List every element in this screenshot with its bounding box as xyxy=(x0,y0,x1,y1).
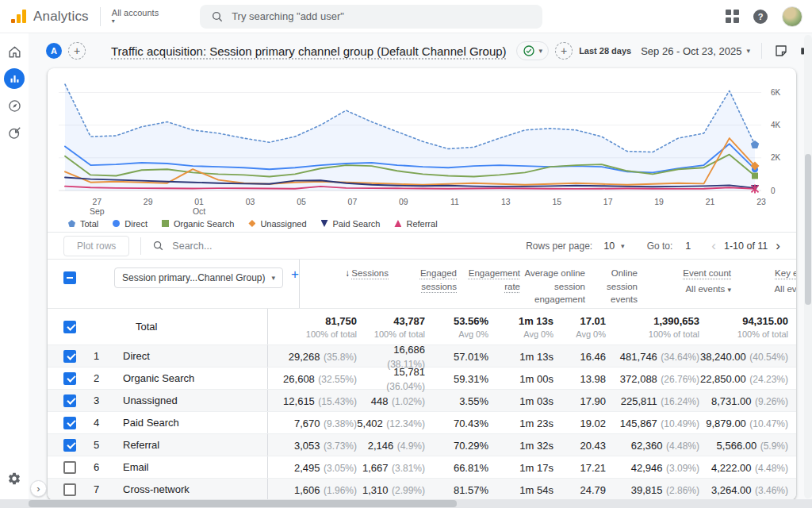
report-title[interactable]: Traffic acquisition: Session primary cha… xyxy=(111,44,507,58)
sessions-trend-chart[interactable]: 6K4K2K0 27Sep2901Oct03050709111315171921… xyxy=(48,68,796,213)
legend-label: Referral xyxy=(406,219,437,229)
row-checkbox[interactable] xyxy=(63,350,76,363)
table-row-organic-search: 2Organic Search26,608 (32.55%)15,781 (36… xyxy=(48,367,796,389)
add-dimension-icon[interactable]: + xyxy=(291,267,299,281)
metric-cell: 3,264.00 (3.46%) xyxy=(699,483,788,497)
row-checkbox[interactable] xyxy=(63,417,76,429)
square-marker-icon xyxy=(162,220,169,227)
notes-icon[interactable] xyxy=(773,43,789,59)
date-range-picker[interactable]: Sep 26 - Oct 23, 2025 ▾ xyxy=(641,45,750,57)
nav-explore-icon[interactable] xyxy=(4,95,25,116)
metric-filter-select[interactable]: All events ▾ xyxy=(638,283,731,296)
row-checkbox[interactable] xyxy=(63,439,76,452)
row-rank: 3 xyxy=(94,394,109,406)
add-comparison-icon[interactable]: + xyxy=(68,42,86,60)
legend-label: Paid Search xyxy=(333,219,381,229)
metric-cell: 17.90 xyxy=(553,394,606,408)
horizontal-scrollbar-thumb[interactable] xyxy=(29,500,457,507)
column-header-online-session-events[interactable]: Online session events xyxy=(585,267,638,306)
metric-cell: 16.46 xyxy=(553,349,606,364)
channel-name[interactable]: Cross-network xyxy=(123,483,190,495)
chevron-down-icon[interactable]: ▾ xyxy=(621,242,625,250)
diamond-marker-icon xyxy=(248,220,255,227)
chevron-down-icon: ▾ xyxy=(539,47,543,55)
report-saved-status[interactable]: ▾ xyxy=(516,41,550,60)
goto-page-input[interactable]: 1 xyxy=(685,241,691,252)
chevron-down-icon: ▾ xyxy=(746,47,750,55)
nav-home-icon[interactable] xyxy=(4,41,25,62)
row-rank: 4 xyxy=(94,417,109,429)
search-icon xyxy=(211,10,224,23)
divider xyxy=(761,43,762,59)
metric-cell: 17.21 xyxy=(553,460,606,475)
nav-reports-icon[interactable] xyxy=(4,68,25,89)
vertical-scrollbar-thumb[interactable] xyxy=(805,154,811,305)
total-row-checkbox[interactable] xyxy=(63,321,76,333)
metric-cell: 9,879.00 (10.47%) xyxy=(699,416,788,430)
channel-name[interactable]: Direct xyxy=(123,350,150,362)
chart-legend: TotalDirectOrganic SearchUnassignedPaid … xyxy=(48,213,796,232)
svg-text:2K: 2K xyxy=(771,153,781,162)
vertical-scrollbar[interactable] xyxy=(804,35,812,498)
global-search-input[interactable]: Try searching "add user" xyxy=(200,5,542,29)
channel-name[interactable]: Paid Search xyxy=(123,417,179,429)
property-badge[interactable]: A xyxy=(46,43,62,59)
column-header-engaged-sessions[interactable]: Engaged sessions xyxy=(389,267,457,293)
legend-item[interactable]: Total xyxy=(68,219,98,229)
legend-label: Direct xyxy=(124,219,147,229)
legend-item[interactable]: Referral xyxy=(394,219,437,229)
legend-item[interactable]: Paid Search xyxy=(321,219,381,229)
check-circle-icon xyxy=(523,44,535,57)
table-row-email: 6Email2,495 (3.05%)1,667 (3.81%)66.81%1m… xyxy=(48,456,796,478)
admin-gear-icon[interactable] xyxy=(7,471,21,489)
column-header-engagement-rate[interactable]: Engagement rate xyxy=(457,267,520,293)
x-axis-tick: 23 xyxy=(756,197,766,206)
legend-item[interactable]: Unassigned xyxy=(248,219,306,229)
column-header-event-count[interactable]: Event countAll events ▾ xyxy=(638,267,731,295)
help-icon[interactable]: ? xyxy=(753,10,768,24)
plot-rows-button[interactable]: Plot rows xyxy=(63,236,129,256)
svg-text:4K: 4K xyxy=(771,121,781,129)
channel-name[interactable]: Email xyxy=(123,461,149,473)
channel-name[interactable]: Referral xyxy=(123,439,159,451)
tri-up-marker-icon xyxy=(394,220,401,227)
previous-page-icon[interactable]: ‹ xyxy=(708,239,719,252)
svg-text:6K: 6K xyxy=(771,88,781,97)
report-card: 6K4K2K0 27Sep2901Oct03050709111315171921… xyxy=(48,68,796,500)
add-report-icon[interactable]: + xyxy=(555,42,573,60)
legend-item[interactable]: Organic Search xyxy=(162,219,234,229)
column-header-average-online-session-engagement[interactable]: Average online session engagement xyxy=(520,267,585,306)
rows-per-page-select[interactable]: 10 xyxy=(603,241,615,252)
total-metric-cell: 81,750100% of total xyxy=(278,314,357,340)
table-search-input[interactable]: Search... xyxy=(152,240,212,252)
x-axis-tick: 15 xyxy=(552,197,561,206)
row-checkbox[interactable] xyxy=(63,461,76,474)
google-apps-grid-icon[interactable] xyxy=(726,10,739,23)
dimension-selector[interactable]: Session primary...Channel Group) ▾ xyxy=(114,267,283,288)
metric-filter-select[interactable]: All events ▾ xyxy=(731,283,796,296)
next-page-icon[interactable]: › xyxy=(772,239,783,252)
select-all-checkbox[interactable] xyxy=(63,271,76,284)
expand-nav-icon[interactable]: › xyxy=(30,480,47,497)
user-avatar[interactable] xyxy=(782,6,802,27)
metric-cell: 38,240.00 (40.54%) xyxy=(699,349,788,364)
channel-name[interactable]: Unassigned xyxy=(123,394,178,406)
metric-cell: 1m 17s xyxy=(488,460,553,475)
row-checkbox[interactable] xyxy=(63,372,76,385)
legend-item[interactable]: Direct xyxy=(113,219,147,229)
account-switcher[interactable]: All accounts ▾ xyxy=(112,8,159,25)
nav-advertising-icon[interactable] xyxy=(4,122,25,143)
horizontal-scrollbar[interactable] xyxy=(0,499,812,508)
table-total-row: Total 81,750100% of total43,787100% of t… xyxy=(48,308,796,344)
channel-name[interactable]: Organic Search xyxy=(123,372,194,384)
row-checkbox[interactable] xyxy=(63,394,76,407)
legend-label: Unassigned xyxy=(260,219,306,229)
column-header-sessions[interactable]: ↓ Sessions xyxy=(309,267,389,280)
metric-cell: 1,310 (2.99%) xyxy=(357,483,425,497)
top-app-bar: Analytics All accounts ▾ Try searching "… xyxy=(0,0,812,33)
x-axis-tick: 01Oct xyxy=(193,197,205,216)
metric-cell: 59.31% xyxy=(425,371,488,386)
row-checkbox[interactable] xyxy=(63,483,76,496)
legend-label: Organic Search xyxy=(174,219,234,229)
column-header-key-events[interactable]: Key eventsAll events ▾ xyxy=(731,267,796,295)
